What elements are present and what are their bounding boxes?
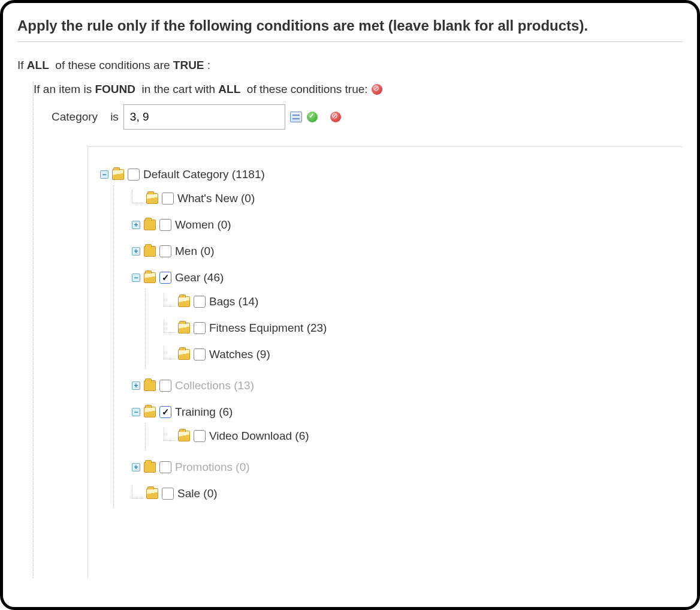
tree-node[interactable]: −Gear (46) [132, 269, 683, 286]
tree-node[interactable]: +Women (0) [132, 217, 683, 233]
collapse-icon[interactable]: − [132, 274, 140, 282]
folder-icon [144, 380, 156, 391]
folder-icon [144, 246, 156, 257]
collapse-icon[interactable]: − [132, 408, 140, 416]
expand-icon[interactable]: + [132, 463, 140, 471]
folder-icon [144, 462, 156, 473]
tree-node-label[interactable]: Bags (14) [209, 295, 258, 308]
grid-icon [290, 112, 302, 122]
root-cond-suffix: : [207, 59, 210, 71]
expand-icon[interactable]: + [132, 247, 140, 256]
expand-icon[interactable]: + [132, 221, 140, 229]
folder-icon [178, 323, 190, 333]
category-tree-panel: −Default Category (1181)What's New (0)+W… [88, 146, 683, 578]
tree-node[interactable]: Fitness Equipment (23) [164, 320, 683, 336]
tree-node-label[interactable]: Men (0) [175, 245, 214, 258]
tree-connector [164, 428, 176, 441]
section-title: Apply the rule only if the following con… [17, 17, 683, 34]
checkbox[interactable] [159, 461, 171, 473]
root-cond-value[interactable]: TRUE [173, 59, 204, 71]
tree-node-label[interactable]: Default Category (1181) [143, 168, 265, 181]
folder-icon [146, 488, 158, 499]
tree-node[interactable]: What's New (0) [132, 190, 683, 207]
tree-node-label[interactable]: Collections (13) [175, 379, 254, 392]
root-cond-middle: of these conditions are [55, 59, 170, 71]
category-value-input[interactable] [123, 104, 285, 130]
tree-node[interactable]: Watches (9) [164, 346, 683, 363]
cart-cond-middle: in the cart with [142, 83, 216, 95]
remove-condition-icon[interactable] [372, 84, 382, 95]
tree-node-label[interactable]: Sale (0) [177, 487, 218, 500]
cart-cond-aggregator[interactable]: ALL [218, 83, 240, 95]
tree-node[interactable]: Sale (0) [132, 485, 683, 502]
attr-label[interactable]: Category [52, 110, 98, 124]
attribute-condition-row: Category is [52, 104, 683, 130]
remove-attr-icon[interactable] [330, 112, 341, 122]
cart-cond-suffix: of these conditions true: [247, 83, 368, 95]
apply-icon[interactable] [307, 112, 318, 122]
tree-node-label[interactable]: What's New (0) [177, 192, 255, 205]
open-chooser-button[interactable] [290, 112, 302, 122]
folder-icon [144, 220, 156, 230]
tree-node-label[interactable]: Gear (46) [175, 271, 224, 284]
checkbox[interactable] [128, 169, 140, 181]
tree-node-label[interactable]: Video Download (6) [209, 429, 309, 443]
attr-operator[interactable]: is [110, 110, 119, 124]
root-cond-aggregator[interactable]: ALL [27, 59, 49, 71]
checkbox[interactable] [159, 245, 171, 257]
checkbox[interactable] [159, 406, 171, 418]
cart-cond-found[interactable]: FOUND [95, 83, 135, 95]
tree-node[interactable]: +Promotions (0) [132, 459, 683, 476]
checkbox[interactable] [194, 430, 206, 442]
checkbox[interactable] [159, 219, 171, 231]
collapse-icon[interactable]: − [100, 170, 108, 179]
folder-icon [112, 169, 124, 180]
folder-icon [178, 431, 190, 441]
checkbox[interactable] [159, 272, 171, 284]
conditions-panel: Apply the rule only if the following con… [0, 0, 700, 610]
tree-connector [164, 293, 176, 306]
tree-node-label[interactable]: Fitness Equipment (23) [209, 321, 327, 335]
cart-cond-prefix: If an item is [34, 83, 92, 95]
tree-connector [132, 190, 144, 203]
tree-node[interactable]: +Collections (13) [132, 377, 683, 394]
divider [17, 41, 683, 42]
folder-icon [144, 407, 156, 417]
checkbox[interactable] [194, 348, 206, 360]
checkbox[interactable] [162, 193, 174, 205]
checkbox[interactable] [159, 380, 171, 392]
root-cond-prefix: If [17, 59, 24, 71]
folder-icon [178, 349, 190, 360]
tree-node-label[interactable]: Women (0) [175, 218, 231, 232]
tree-node[interactable]: −Default Category (1181) [100, 166, 683, 183]
tree-node[interactable]: Bags (14) [164, 293, 683, 310]
tree-connector [132, 485, 144, 498]
folder-icon [144, 272, 156, 283]
tree-connector [164, 320, 176, 333]
expand-icon[interactable]: + [132, 381, 140, 390]
category-tree: −Default Category (1181)What's New (0)+W… [100, 161, 683, 512]
checkbox[interactable] [194, 322, 206, 334]
tree-node[interactable]: −Training (6) [132, 404, 683, 420]
tree-node-label[interactable]: Training (6) [175, 405, 233, 419]
cart-condition-line: If an item is FOUND in the cart with ALL… [34, 82, 683, 104]
tree-connector [164, 346, 176, 359]
root-condition-line: If ALL of these conditions are TRUE : [17, 59, 683, 72]
folder-icon [146, 193, 158, 204]
tree-node-label[interactable]: Promotions (0) [175, 461, 250, 474]
folder-icon [178, 296, 190, 307]
tree-node-label[interactable]: Watches (9) [209, 348, 270, 361]
checkbox[interactable] [194, 296, 206, 308]
tree-node[interactable]: +Men (0) [132, 243, 683, 260]
tree-node[interactable]: Video Download (6) [164, 428, 683, 444]
checkbox[interactable] [162, 488, 174, 500]
